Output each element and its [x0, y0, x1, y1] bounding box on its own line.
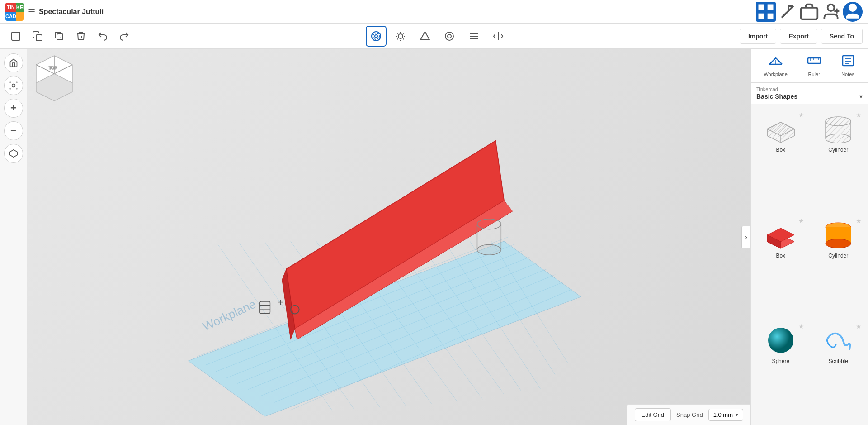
shapes-grid: ★ Box ★	[751, 104, 868, 425]
topbar-right	[756, 2, 863, 22]
shape-favorite-star[interactable]: ★	[856, 323, 862, 330]
shape-visual	[763, 113, 799, 145]
export-button[interactable]: Export	[780, 29, 817, 44]
svg-point-66	[477, 244, 501, 255]
logo-ker: KER	[16, 3, 24, 12]
shapes-dropdown-arrow[interactable]: ▾	[859, 93, 863, 100]
shape-favorite-star[interactable]: ★	[798, 111, 804, 119]
notes-icon	[841, 54, 855, 70]
add-user-button[interactable]	[821, 2, 841, 22]
bottom-bar: Edit Grid Snap Grid 1.0 mm ▾	[627, 404, 750, 425]
svg-point-26	[448, 34, 451, 38]
shape-label: Cylinder	[828, 147, 848, 153]
hole-button[interactable]	[439, 26, 460, 47]
shape-favorite-star[interactable]: ★	[798, 323, 804, 330]
workplane-tool[interactable]: Workplane	[760, 53, 791, 79]
shape-helper-button[interactable]	[415, 26, 435, 47]
fit-view-button[interactable]	[4, 76, 23, 95]
logo-cad-bot	[16, 12, 24, 21]
svg-line-20	[397, 33, 398, 33]
toolbar-center	[136, 26, 739, 47]
align-button[interactable]	[463, 26, 484, 47]
snap-grid-selector[interactable]: 1.0 mm ▾	[708, 409, 743, 421]
import-button[interactable]: Import	[740, 29, 777, 44]
chevron-right-icon: ›	[745, 233, 747, 241]
svg-point-15	[398, 34, 403, 38]
svg-rect-1	[768, 4, 774, 10]
shape-cylinder-solid[interactable]: ★ Cylinder	[813, 215, 864, 314]
ruler-tool[interactable]: Ruler	[803, 53, 825, 79]
pickaxe-button[interactable]	[778, 2, 797, 22]
svg-point-31	[12, 84, 15, 87]
svg-rect-10	[36, 35, 42, 41]
svg-line-22	[397, 38, 398, 39]
svg-rect-0	[759, 4, 764, 10]
shape-favorite-star[interactable]: ★	[856, 111, 862, 119]
snap-grid-label: Snap Grid	[676, 411, 703, 418]
send-to-button[interactable]: Send To	[821, 29, 863, 44]
svg-text:+: +	[278, 297, 283, 307]
shape-visual	[820, 113, 856, 145]
snap-grid-value-text: 1.0 mm	[713, 411, 733, 418]
briefcase-button[interactable]	[799, 2, 819, 22]
avatar-button[interactable]	[843, 2, 863, 22]
svg-rect-3	[768, 13, 774, 19]
collapse-panel-button[interactable]: ›	[741, 226, 750, 248]
notes-tool[interactable]: Notes	[837, 53, 859, 79]
shape-label: Scribble	[829, 358, 848, 364]
shape-box-wireframe[interactable]: ★ Box	[755, 110, 806, 208]
shape-scribble[interactable]: ★ Scribble	[813, 321, 864, 420]
project-title-area: ☰ Spectacular Juttuli	[28, 7, 751, 17]
main: + − FRONT TOP	[0, 49, 868, 425]
shape-favorite-star[interactable]: ★	[856, 217, 862, 224]
menu-icon[interactable]: ☰	[28, 7, 35, 17]
svg-marker-24	[420, 32, 429, 40]
ruler-label: Ruler	[808, 72, 820, 77]
project-title[interactable]: Spectacular Juttuli	[39, 8, 104, 16]
redo-button[interactable]	[114, 26, 135, 47]
shape-cylinder-wireframe[interactable]: ★ Cylinder	[813, 110, 864, 208]
view-3d-button[interactable]	[4, 144, 23, 163]
svg-point-14	[373, 33, 379, 39]
mirror-button[interactable]	[488, 26, 509, 47]
shapes-category-row: Basic Shapes ▾	[756, 93, 863, 100]
delete-button[interactable]	[71, 26, 91, 47]
svg-point-13	[375, 35, 377, 38]
light-button[interactable]	[390, 26, 411, 47]
shape-visual	[763, 219, 799, 251]
logo-cad-top: CAD	[5, 12, 16, 21]
edit-grid-button[interactable]: Edit Grid	[635, 408, 671, 421]
duplicate-button[interactable]	[49, 26, 70, 47]
svg-line-23	[403, 33, 404, 33]
snap-grid-dropdown-arrow[interactable]: ▾	[736, 412, 738, 418]
shape-visual	[820, 325, 856, 356]
workplane-label: Workplane	[764, 72, 787, 77]
svg-point-96	[826, 134, 851, 143]
svg-rect-2	[759, 13, 764, 19]
svg-point-104	[768, 328, 793, 353]
zoom-in-button[interactable]: +	[4, 99, 23, 118]
zoom-out-button[interactable]: −	[4, 121, 23, 140]
shape-label: Sphere	[772, 358, 789, 364]
camera-button[interactable]	[366, 26, 387, 47]
shape-box-solid[interactable]: ★ Box	[755, 215, 806, 314]
left-panel: + −	[0, 49, 27, 425]
shape-favorite-star[interactable]: ★	[798, 217, 804, 224]
shape-label: Box	[776, 147, 785, 153]
topbar: TIN KER CAD ☰ Spectacular Juttuli	[0, 0, 868, 24]
svg-point-103	[826, 239, 851, 248]
home-view-button[interactable]	[4, 53, 23, 72]
shapes-header: Tinkercad Basic Shapes ▾	[751, 83, 868, 104]
grid-view-button[interactable]	[756, 2, 776, 22]
svg-line-21	[403, 38, 404, 39]
undo-button[interactable]	[92, 26, 113, 47]
workplane-icon	[769, 54, 783, 70]
workplane-svg: Workplane +	[27, 49, 750, 425]
shapes-category: Basic Shapes	[756, 93, 797, 100]
shape-label: Cylinder	[828, 253, 848, 259]
viewport[interactable]: FRONT TOP	[27, 49, 750, 425]
svg-rect-11	[57, 34, 63, 40]
new-button[interactable]	[5, 26, 26, 47]
shape-sphere-solid[interactable]: ★ Sphere	[755, 321, 806, 420]
copy-button[interactable]	[27, 26, 48, 47]
